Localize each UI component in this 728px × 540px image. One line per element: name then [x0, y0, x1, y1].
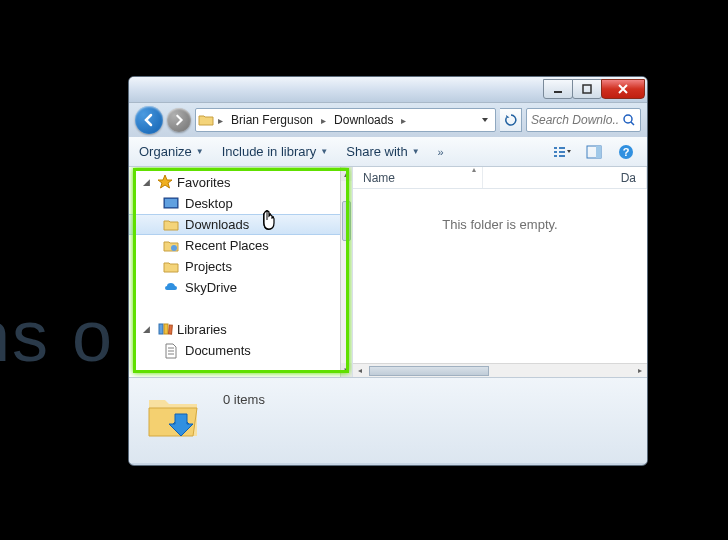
- address-bar[interactable]: ▸ Brian Ferguson ▸ Downloads ▸: [195, 108, 496, 132]
- scrollbar-thumb[interactable]: [369, 366, 489, 376]
- back-button[interactable]: [135, 106, 163, 134]
- forward-arrow-icon: [173, 114, 185, 126]
- sidebar-item-downloads[interactable]: Downloads: [129, 214, 352, 235]
- date-label: Da: [621, 171, 636, 185]
- preview-pane-button[interactable]: [583, 142, 605, 162]
- folder-large-icon: [143, 386, 203, 446]
- svg-rect-10: [596, 146, 601, 158]
- chevron-down-icon: ▼: [320, 147, 328, 156]
- favorites-group[interactable]: ◢ Favorites: [129, 171, 352, 193]
- chevron-down-icon: ▼: [196, 147, 204, 156]
- svg-point-2: [624, 115, 632, 123]
- sidebar-item-skydrive[interactable]: SkyDrive: [129, 277, 352, 298]
- sidebar-item-desktop[interactable]: Desktop: [129, 193, 352, 214]
- item-count: 0 items: [223, 392, 265, 407]
- refresh-icon: [504, 113, 518, 127]
- sort-ascending-icon: ▴: [472, 165, 476, 174]
- help-button[interactable]: ?: [615, 142, 637, 162]
- favorites-label: Favorites: [177, 175, 230, 190]
- search-box[interactable]: [526, 108, 641, 132]
- svg-rect-7: [559, 151, 565, 153]
- svg-rect-1: [583, 85, 591, 93]
- include-label: Include in library: [222, 144, 317, 159]
- command-bar: Organize ▼ Include in library ▼ Share wi…: [129, 137, 647, 167]
- refresh-button[interactable]: [500, 108, 522, 132]
- downloads-folder-icon: [163, 217, 179, 233]
- content-area: ◢ Favorites Desktop Downloads Recent P: [129, 167, 647, 377]
- svg-rect-4: [554, 151, 557, 153]
- projects-label: Projects: [185, 259, 232, 274]
- details-pane: 0 items: [129, 377, 647, 463]
- chevron-double-right-icon: »: [438, 146, 444, 158]
- column-header-name[interactable]: Name ▴: [353, 167, 483, 188]
- scrollbar-track[interactable]: [341, 181, 352, 363]
- navigation-pane: ◢ Favorites Desktop Downloads Recent P: [129, 167, 353, 377]
- nav-pane-scrollbar[interactable]: ▲ ▼: [340, 167, 352, 377]
- minimize-button[interactable]: [543, 79, 573, 99]
- svg-rect-17: [164, 324, 168, 334]
- breadcrumb-user[interactable]: Brian Ferguson: [227, 110, 317, 130]
- svg-rect-16: [159, 324, 163, 334]
- scrollbar-thumb[interactable]: [342, 201, 351, 241]
- close-icon: [617, 84, 629, 94]
- svg-rect-3: [554, 147, 557, 149]
- recent-label: Recent Places: [185, 238, 269, 253]
- scroll-right-icon[interactable]: ▸: [633, 364, 647, 377]
- scroll-up-icon[interactable]: ▲: [341, 167, 352, 181]
- organize-menu[interactable]: Organize ▼: [139, 144, 204, 159]
- view-icon: [553, 145, 571, 159]
- column-headers: Name ▴ Da: [353, 167, 647, 189]
- scroll-down-icon[interactable]: ▼: [341, 363, 352, 377]
- downloads-label: Downloads: [185, 217, 249, 232]
- recent-places-icon: [163, 238, 179, 254]
- search-icon: [622, 113, 636, 127]
- sidebar-item-documents[interactable]: Documents: [129, 340, 352, 361]
- forward-button[interactable]: [167, 108, 191, 132]
- svg-rect-18: [169, 325, 173, 334]
- address-dropdown[interactable]: [477, 110, 493, 130]
- sidebar-item-recent[interactable]: Recent Places: [129, 235, 352, 256]
- maximize-icon: [581, 84, 593, 94]
- svg-point-15: [171, 245, 177, 251]
- skydrive-icon: [163, 280, 179, 296]
- breadcrumb-downloads[interactable]: Downloads: [330, 110, 397, 130]
- explorer-window: ▸ Brian Ferguson ▸ Downloads ▸ Organize …: [128, 76, 648, 466]
- folder-icon: [198, 112, 214, 128]
- libraries-label: Libraries: [177, 322, 227, 337]
- maximize-button[interactable]: [572, 79, 602, 99]
- sidebar-item-projects[interactable]: Projects: [129, 256, 352, 277]
- folder-icon: [163, 259, 179, 275]
- svg-rect-5: [554, 155, 557, 157]
- chevron-down-icon: [481, 116, 489, 124]
- collapse-icon[interactable]: ◢: [143, 177, 153, 187]
- column-header-date[interactable]: Da: [483, 167, 647, 188]
- star-icon: [157, 174, 173, 190]
- chevron-right-icon[interactable]: ▸: [319, 115, 328, 126]
- search-input[interactable]: [531, 113, 618, 127]
- view-options-button[interactable]: [551, 142, 573, 162]
- file-list-pane: Name ▴ Da This folder is empty. ◂ ▸: [353, 167, 647, 377]
- chevron-right-icon[interactable]: ▸: [216, 115, 225, 126]
- svg-text:?: ?: [623, 146, 630, 158]
- libraries-group[interactable]: ◢ Libraries: [129, 318, 352, 340]
- desktop-label: Desktop: [185, 196, 233, 211]
- share-with-menu[interactable]: Share with ▼: [346, 144, 419, 159]
- titlebar[interactable]: [129, 77, 647, 103]
- empty-folder-message: This folder is empty.: [353, 217, 647, 232]
- svg-rect-8: [559, 155, 565, 157]
- scroll-left-icon[interactable]: ◂: [353, 364, 367, 377]
- include-in-library-menu[interactable]: Include in library ▼: [222, 144, 329, 159]
- toolbar-overflow[interactable]: »: [438, 146, 444, 158]
- background-watermark-text: ns o: [0, 295, 114, 377]
- back-arrow-icon: [142, 113, 156, 127]
- chevron-right-icon[interactable]: ▸: [399, 115, 408, 126]
- skydrive-label: SkyDrive: [185, 280, 237, 295]
- help-icon: ?: [618, 144, 634, 160]
- preview-pane-icon: [586, 145, 602, 159]
- svg-rect-6: [559, 147, 565, 149]
- libraries-icon: [157, 321, 173, 337]
- collapse-icon[interactable]: ◢: [143, 324, 153, 334]
- navigation-bar: ▸ Brian Ferguson ▸ Downloads ▸: [129, 103, 647, 137]
- horizontal-scrollbar[interactable]: ◂ ▸: [353, 363, 647, 377]
- close-button[interactable]: [601, 79, 645, 99]
